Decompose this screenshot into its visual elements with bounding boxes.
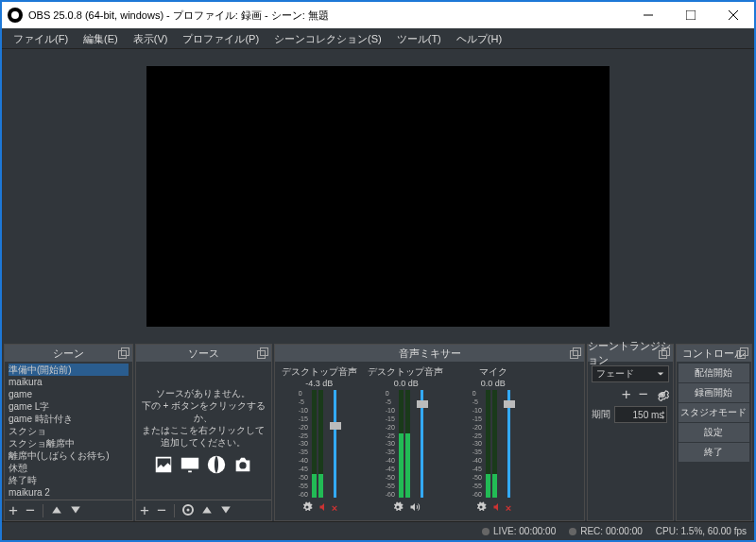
scene-up-button[interactable] <box>51 502 62 518</box>
channel-db: -4.3 dB <box>281 379 358 388</box>
menu-scenecol[interactable]: シーンコレクション(S) <box>266 28 389 49</box>
preview-area[interactable] <box>2 49 754 344</box>
statusbar: LIVE: 00:00:00 REC: 00:00:00 CPU: 1.5%, … <box>2 521 754 540</box>
popout-icon[interactable] <box>659 347 670 359</box>
add-transition-button[interactable]: + <box>622 386 631 402</box>
mixer-channel: マイク 0.0 dB 0-5-10-15-20-25-30-35-40-45-5… <box>455 365 532 517</box>
menu-help[interactable]: ヘルプ(H) <box>449 28 509 49</box>
duration-input[interactable]: 150 ms ▲▼ <box>614 406 667 423</box>
scene-item[interactable]: game <box>9 388 129 400</box>
scenes-list[interactable]: 準備中(開始前)maikuragamegame L字game 時計付きスクショス… <box>5 362 132 500</box>
source-props-button[interactable] <box>182 502 194 518</box>
svg-point-8 <box>661 393 664 397</box>
menubar: ファイル(F) 編集(E) 表示(V) プロファイル(P) シーンコレクション(… <box>2 28 754 49</box>
titlebar: OBS 25.0.8 (64-bit, windows) - プロファイル: 録… <box>2 2 754 28</box>
scene-item[interactable]: maikura <box>9 376 129 388</box>
channel-name: マイク <box>455 365 532 379</box>
vu-meter <box>312 390 317 498</box>
remove-scene-button[interactable]: − <box>26 502 35 518</box>
channel-name: デスクトップ音声 <box>281 365 358 379</box>
transitions-panel: シーントランジション フェード + − 期間 150 ms ▲▼ <box>587 344 673 521</box>
controls-header: コントロール <box>682 347 745 361</box>
display-icon <box>180 454 200 475</box>
vu-meter <box>486 390 490 498</box>
sources-empty[interactable]: ソースがありません。 下の + ボタンをクリックするか、 またはここを右クリック… <box>136 362 271 500</box>
duration-label: 期間 <box>592 408 610 421</box>
mixer-channel: デスクトップ音声 -4.3 dB 0-5-10-15-20-25-30-35-4… <box>281 365 358 517</box>
close-button[interactable] <box>712 2 754 28</box>
channel-db: 0.0 dB <box>455 379 532 388</box>
channel-name: デスクトップ音声 2 <box>368 365 445 379</box>
channel-settings-button[interactable] <box>392 500 404 517</box>
scene-item[interactable]: 準備中(開始前) <box>9 364 129 376</box>
scene-item[interactable]: game 時計付き <box>9 413 129 425</box>
live-status: LIVE: 00:00:00 <box>493 526 556 536</box>
channel-db: 0.0 dB <box>368 379 445 388</box>
scenes-header: シーン <box>53 347 84 361</box>
menu-edit[interactable]: 編集(E) <box>76 28 126 49</box>
maximize-button[interactable] <box>669 2 712 28</box>
window-title: OBS 25.0.8 (64-bit, windows) - プロファイル: 録… <box>28 8 627 23</box>
camera-icon <box>232 454 253 475</box>
rec-status: REC: 00:00:00 <box>580 526 643 536</box>
add-source-button[interactable]: + <box>140 502 149 518</box>
menu-view[interactable]: 表示(V) <box>126 28 176 49</box>
remove-source-button[interactable]: − <box>157 502 166 518</box>
minimize-button[interactable] <box>627 2 669 28</box>
vu-meter <box>492 390 497 498</box>
svg-rect-1 <box>686 10 696 20</box>
source-down-button[interactable] <box>220 502 232 518</box>
volume-slider[interactable] <box>421 390 423 498</box>
scene-item[interactable]: 終了時 <box>9 474 129 486</box>
vu-meter <box>405 390 410 498</box>
mixer-channel: デスクトップ音声 2 0.0 dB 0-5-10-15-20-25-30-35-… <box>368 365 445 517</box>
vu-meter <box>399 390 404 498</box>
menu-profile[interactable]: プロファイル(P) <box>175 28 266 49</box>
preview-canvas[interactable] <box>146 66 610 327</box>
svg-point-7 <box>186 509 189 512</box>
volume-slider[interactable] <box>507 390 510 498</box>
gear-icon[interactable] <box>656 388 669 401</box>
globe-icon <box>206 454 227 475</box>
scene-item[interactable]: 離席中(しばらくお待ち) <box>9 449 129 462</box>
channel-settings-button[interactable] <box>475 500 487 517</box>
scene-item[interactable]: スクショ <box>9 425 129 437</box>
mute-button[interactable] <box>409 500 421 517</box>
add-scene-button[interactable]: + <box>9 502 18 518</box>
scene-item[interactable]: スクショ離席中 <box>9 437 129 449</box>
start-recording-button[interactable]: 録画開始 <box>679 383 749 402</box>
popout-icon[interactable] <box>570 347 581 359</box>
popout-icon[interactable] <box>257 347 268 359</box>
sources-header: ソース <box>188 347 219 361</box>
sources-panel: ソース ソースがありません。 下の + ボタンをクリックするか、 またはここを右… <box>135 344 272 521</box>
mixer-panel: 音声ミキサー デスクトップ音声 -4.3 dB 0-5-10-15-20-25-… <box>274 344 585 521</box>
settings-button[interactable]: 設定 <box>679 423 749 442</box>
menu-tool[interactable]: ツール(T) <box>389 28 449 49</box>
studio-mode-button[interactable]: スタジオモード <box>679 403 749 422</box>
rec-dot-icon <box>569 528 576 535</box>
start-streaming-button[interactable]: 配信開始 <box>679 364 749 382</box>
scene-item[interactable]: game L字 <box>9 400 129 413</box>
source-up-button[interactable] <box>201 502 213 518</box>
vu-meter <box>318 390 323 498</box>
scene-down-button[interactable] <box>70 502 81 518</box>
live-dot-icon <box>482 528 490 535</box>
popout-icon[interactable] <box>737 347 748 359</box>
remove-transition-button[interactable]: − <box>639 386 648 402</box>
mute-button[interactable] <box>492 500 504 517</box>
muted-icon: × <box>332 502 337 514</box>
mixer-header: 音声ミキサー <box>399 347 461 361</box>
scene-item[interactable]: 休憩 <box>9 462 129 474</box>
chevron-down-icon <box>657 370 664 378</box>
mute-button[interactable] <box>318 500 330 517</box>
volume-slider[interactable] <box>334 390 336 498</box>
scenes-panel: シーン 準備中(開始前)maikuragamegame L字game 時計付きス… <box>4 344 133 521</box>
menu-file[interactable]: ファイル(F) <box>6 28 76 49</box>
scene-item[interactable]: maikura 2 <box>9 486 129 499</box>
scenes-toolbar: + − <box>5 500 132 520</box>
popout-icon[interactable] <box>118 347 129 359</box>
controls-panel: コントロール 配信開始 録画開始 スタジオモード 設定 終了 <box>676 344 752 521</box>
transition-select[interactable]: フェード <box>592 365 668 382</box>
channel-settings-button[interactable] <box>301 500 313 517</box>
exit-button[interactable]: 終了 <box>679 443 749 462</box>
